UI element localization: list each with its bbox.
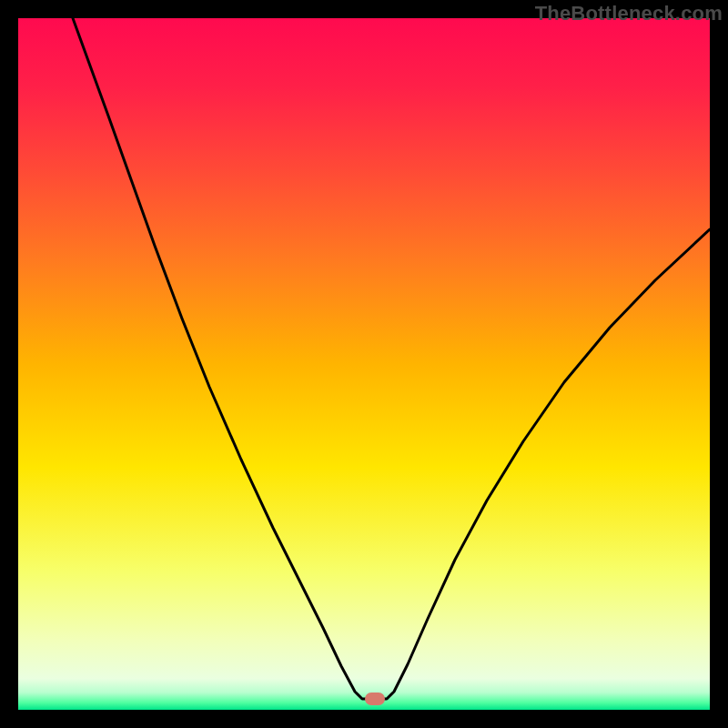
plot-area bbox=[18, 18, 710, 710]
gradient-background bbox=[18, 18, 710, 710]
chart-frame: TheBottleneck.com bbox=[0, 0, 728, 728]
attribution-label: TheBottleneck.com bbox=[535, 2, 723, 25]
chart-svg bbox=[18, 18, 710, 710]
minimum-marker bbox=[365, 693, 385, 705]
